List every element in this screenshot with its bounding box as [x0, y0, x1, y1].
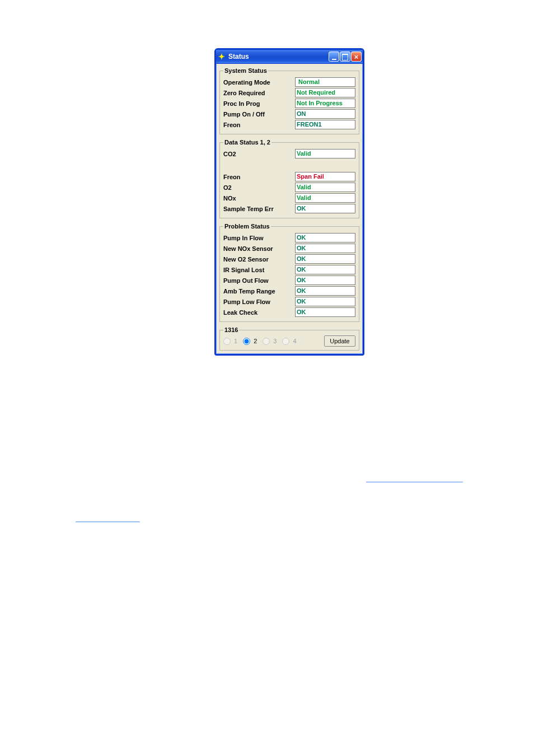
- close-button[interactable]: ×: [351, 52, 362, 62]
- client-area: System Status Operating Mode Normal Zero…: [216, 64, 363, 354]
- value-co2: Valid: [295, 149, 355, 158]
- row-nox: NOx Valid: [223, 193, 355, 203]
- label-proc-in-prog: Proc In Prog: [223, 100, 295, 107]
- label-sample-temp-err: Sample Temp Err: [223, 206, 295, 212]
- port-radio-1-label: 1: [234, 338, 237, 344]
- app-icon: ✦: [218, 53, 225, 60]
- row-pump-on-off: Pump On / Off ON: [223, 109, 355, 119]
- port-radio-4: [282, 338, 289, 345]
- titlebar[interactable]: ✦ Status ×: [216, 50, 363, 64]
- problem-status-legend: Problem Status: [223, 223, 271, 230]
- value-nox: Valid: [295, 193, 355, 203]
- port-radio-1: [223, 338, 231, 345]
- port-radio-2-label: 2: [254, 338, 257, 344]
- data-status-group: Data Status 1, 2 CO2 Valid Freon Span Fa…: [219, 139, 359, 218]
- row-freon-data: Freon Span Fail: [223, 172, 355, 181]
- row-ir-signal-lost: IR Signal Lost OK: [223, 265, 355, 274]
- label-new-o2-sensor: New O2 Sensor: [223, 256, 295, 263]
- problem-status-group: Problem Status Pump In Flow OK New NOx S…: [219, 223, 359, 322]
- value-freon-system: FREON1: [295, 120, 355, 129]
- label-operating-mode: Operating Mode: [223, 79, 295, 86]
- maximize-button[interactable]: [340, 52, 350, 62]
- label-nox: NOx: [223, 195, 295, 202]
- port-radio-row: 1 2 3 4 Update: [223, 335, 355, 347]
- update-button[interactable]: Update: [324, 335, 355, 347]
- decorative-line: [366, 482, 463, 483]
- value-amb-temp-range: OK: [295, 286, 355, 296]
- label-pump-low-flow: Pump Low Flow: [223, 298, 295, 305]
- window-title: Status: [228, 53, 328, 60]
- value-freon-data: Span Fail: [295, 172, 355, 181]
- minimize-button[interactable]: [329, 52, 339, 62]
- value-proc-in-prog: Not In Progress: [295, 99, 355, 108]
- row-new-o2-sensor: New O2 Sensor OK: [223, 254, 355, 264]
- row-zero-required: Zero Required Not Required: [223, 88, 355, 97]
- row-freon-system: Freon FREON1: [223, 120, 355, 129]
- port-radio-2[interactable]: [243, 338, 250, 345]
- decorative-line: [76, 521, 140, 522]
- value-pump-low-flow: OK: [295, 297, 355, 306]
- label-zero-required: Zero Required: [223, 90, 295, 96]
- value-operating-mode: Normal: [295, 77, 355, 87]
- port-1316-group: 1316 1 2 3 4 Update: [219, 326, 359, 351]
- system-status-group: System Status Operating Mode Normal Zero…: [219, 67, 359, 134]
- value-pump-out-flow: OK: [295, 276, 355, 285]
- port-1316-legend: 1316: [223, 326, 239, 333]
- row-new-nox-sensor: New NOx Sensor OK: [223, 244, 355, 253]
- value-new-nox-sensor: OK: [295, 244, 355, 253]
- value-ir-signal-lost: OK: [295, 265, 355, 274]
- label-amb-temp-range: Amb Temp Range: [223, 288, 295, 295]
- value-leak-check: OK: [295, 307, 355, 317]
- label-ir-signal-lost: IR Signal Lost: [223, 267, 295, 273]
- value-o2: Valid: [295, 183, 355, 192]
- system-status-legend: System Status: [223, 67, 268, 74]
- row-proc-in-prog: Proc In Prog Not In Progress: [223, 99, 355, 108]
- row-amb-temp-range: Amb Temp Range OK: [223, 286, 355, 296]
- row-o2: O2 Valid: [223, 183, 355, 192]
- label-freon-data: Freon: [223, 174, 295, 180]
- label-freon-system: Freon: [223, 122, 295, 128]
- row-operating-mode: Operating Mode Normal: [223, 77, 355, 87]
- value-zero-required: Not Required: [295, 88, 355, 97]
- value-pump-on-off: ON: [295, 109, 355, 119]
- label-pump-out-flow: Pump Out Flow: [223, 277, 295, 284]
- label-o2: O2: [223, 184, 295, 191]
- label-pump-on-off: Pump On / Off: [223, 111, 295, 118]
- row-pump-in-flow: Pump In Flow OK: [223, 233, 355, 242]
- label-co2: CO2: [223, 151, 295, 157]
- value-new-o2-sensor: OK: [295, 254, 355, 264]
- port-radio-4-label: 4: [293, 338, 296, 344]
- row-pump-out-flow: Pump Out Flow OK: [223, 276, 355, 285]
- data-status-legend: Data Status 1, 2: [223, 139, 271, 146]
- port-radio-3-label: 3: [273, 338, 277, 344]
- row-co2: CO2 Valid: [223, 149, 355, 158]
- status-window: ✦ Status × System Status Operating Mode …: [214, 48, 364, 356]
- value-sample-temp-err: OK: [295, 204, 355, 213]
- label-pump-in-flow: Pump In Flow: [223, 235, 295, 241]
- label-new-nox-sensor: New NOx Sensor: [223, 245, 295, 252]
- row-pump-low-flow: Pump Low Flow OK: [223, 297, 355, 306]
- label-leak-check: Leak Check: [223, 309, 295, 316]
- value-pump-in-flow: OK: [295, 233, 355, 242]
- row-sample-temp-err: Sample Temp Err OK: [223, 204, 355, 213]
- port-radio-3: [263, 338, 270, 345]
- row-leak-check: Leak Check OK: [223, 307, 355, 317]
